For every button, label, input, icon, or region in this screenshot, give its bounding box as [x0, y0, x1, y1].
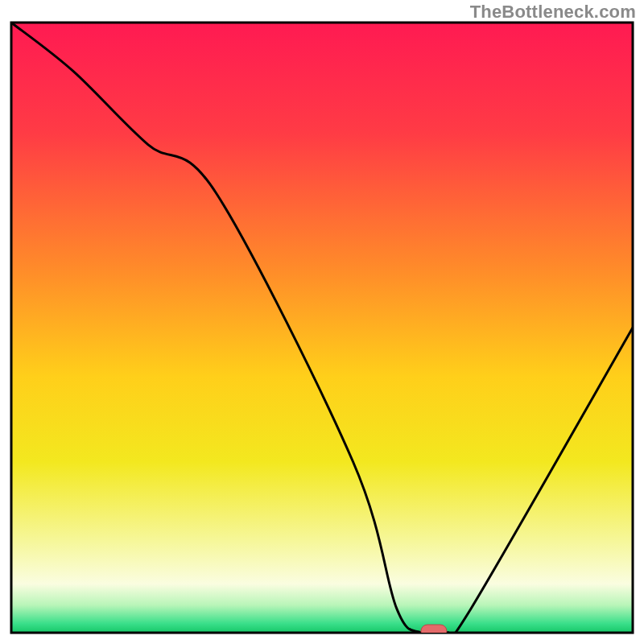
plot-background: [11, 23, 633, 633]
bottleneck-chart: [0, 0, 644, 644]
optimal-marker: [421, 625, 447, 638]
watermark-text: TheBottleneck.com: [470, 2, 636, 23]
chart-frame: TheBottleneck.com: [0, 0, 644, 644]
